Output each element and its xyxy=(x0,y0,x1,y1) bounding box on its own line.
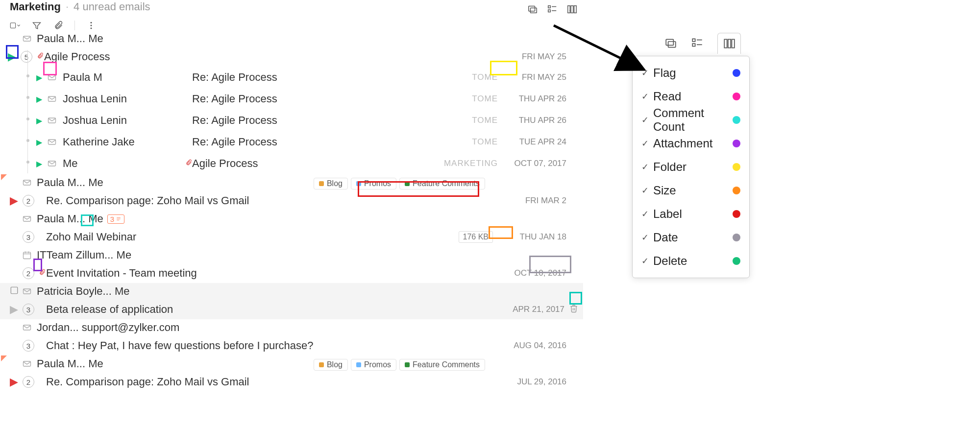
email-subject: Re: Agile Process xyxy=(192,136,277,148)
view-list-icon[interactable] xyxy=(547,4,558,15)
svg-point-13 xyxy=(91,27,92,29)
flag-icon[interactable]: ▶ xyxy=(36,73,42,82)
thread-child-row[interactable]: ▶Katherine JakeRe: Agile ProcessTOMETUE … xyxy=(0,131,583,153)
columns-menu: ✓Flag✓Read✓Comment Count✓Attachment✓Fold… xyxy=(632,56,750,278)
email-subject: Re. Comparison page: Zoho Mail vs Gmail xyxy=(46,194,249,207)
label-tag[interactable]: Blog xyxy=(314,178,348,189)
flag-icon[interactable]: ▶ xyxy=(9,194,19,207)
thread-child-row[interactable]: ▶Joshua LeninRe: Agile ProcessTOMETHU AP… xyxy=(0,110,583,131)
menu-item-label: Flag xyxy=(653,66,733,80)
email-item[interactable]: Patricia Boyle... Me ▶ 3 Beta release of… xyxy=(0,283,583,319)
svg-rect-31 xyxy=(24,325,31,330)
flag-icon[interactable]: ▶ xyxy=(7,50,17,63)
view-list-icon[interactable] xyxy=(691,37,704,49)
label-tag[interactable]: Feature Comments xyxy=(399,178,485,189)
thread-summary-row[interactable]: ▶ 5 Agile Process FRI MAY 25 xyxy=(0,47,583,67)
label-tag[interactable]: Promos xyxy=(351,359,396,371)
check-icon: ✓ xyxy=(641,162,653,172)
svg-point-12 xyxy=(91,25,92,26)
thread-child-row[interactable]: ▶Paula MRe: Agile ProcessTOMEFRI MAY 25 xyxy=(0,67,583,88)
color-dot xyxy=(733,234,740,241)
thread-child-row[interactable]: ▶MeAgile ProcessMARKETINGOCT 07, 2017 xyxy=(0,153,583,174)
svg-rect-32 xyxy=(24,361,31,366)
envelope-icon xyxy=(47,137,57,147)
folder-label: MARKETING xyxy=(444,159,498,168)
email-item[interactable]: Jordan... support@zylker.com 3 Chat : He… xyxy=(0,319,583,355)
paperclip-icon xyxy=(38,267,46,280)
svg-rect-6 xyxy=(568,6,570,13)
unread-indicator xyxy=(1,174,7,180)
row-checkbox[interactable] xyxy=(10,285,19,298)
svg-rect-42 xyxy=(732,39,734,47)
svg-rect-17 xyxy=(49,118,56,123)
menu-item-label: Date xyxy=(653,231,733,244)
columns-menu-item[interactable]: ✓Label xyxy=(633,202,749,226)
check-icon: ✓ xyxy=(641,91,653,102)
flag-icon[interactable]: ▶ xyxy=(36,138,42,147)
columns-popover: ✓Flag✓Read✓Comment Count✓Attachment✓Fold… xyxy=(632,30,750,278)
label-tag[interactable]: Promos xyxy=(351,178,396,189)
view-card-icon[interactable] xyxy=(664,37,677,49)
columns-menu-item[interactable]: ✓Folder xyxy=(633,155,749,179)
svg-rect-34 xyxy=(666,39,673,45)
svg-rect-0 xyxy=(529,6,535,11)
email-item[interactable]: ITTeam Zillum... Me 2 Event Invitation -… xyxy=(0,247,583,283)
svg-rect-14 xyxy=(24,36,31,41)
thread-count-badge: 3 xyxy=(23,340,34,352)
view-columns-icon[interactable] xyxy=(566,4,577,15)
flag-icon[interactable]: ▶ xyxy=(9,303,19,316)
svg-rect-20 xyxy=(24,180,31,185)
sender-label: Jordan... support@zylker.com xyxy=(37,321,179,334)
svg-rect-15 xyxy=(49,75,56,80)
envelope-icon xyxy=(47,159,57,168)
attachment-filter-icon[interactable] xyxy=(53,20,64,31)
mail-list-pane: Marketing · 4 unread emails xyxy=(0,0,583,426)
label-tag[interactable]: Blog xyxy=(314,359,348,371)
view-card-icon[interactable] xyxy=(527,4,538,15)
flag-icon[interactable]: ▶ xyxy=(36,159,42,168)
filter-icon[interactable] xyxy=(31,20,42,31)
envelope-icon xyxy=(22,286,32,296)
envelope-icon xyxy=(47,94,57,104)
svg-rect-8 xyxy=(574,6,577,13)
more-icon[interactable] xyxy=(86,20,97,31)
sender-label: Paula M... Me xyxy=(37,213,103,225)
svg-rect-21 xyxy=(24,216,31,221)
columns-menu-item[interactable]: ✓Read xyxy=(633,85,749,108)
svg-rect-35 xyxy=(668,42,676,47)
columns-menu-item[interactable]: ✓Date xyxy=(633,226,749,249)
svg-rect-25 xyxy=(24,252,31,259)
columns-menu-item[interactable]: ✓Attachment xyxy=(633,132,749,155)
columns-menu-item[interactable]: ✓Delete xyxy=(633,249,749,273)
email-subject: Re: Agile Process xyxy=(192,71,277,84)
svg-rect-1 xyxy=(530,8,537,13)
select-all-checkbox[interactable] xyxy=(10,20,21,31)
svg-line-33 xyxy=(554,25,642,69)
email-date: JUL 29, 2016 xyxy=(513,377,566,387)
trash-icon[interactable] xyxy=(569,303,578,316)
email-date: APR 21, 2017 xyxy=(511,305,564,314)
svg-rect-2 xyxy=(548,6,551,8)
menu-item-label: Delete xyxy=(653,254,733,268)
envelope-icon xyxy=(47,116,57,125)
folder-title: Marketing xyxy=(10,0,61,13)
sender-label: Joshua Lenin xyxy=(63,114,185,127)
flag-icon[interactable]: ▶ xyxy=(36,116,42,125)
email-date: AUG 04, 2016 xyxy=(513,341,566,351)
email-item[interactable]: Paula M... Me BlogPromosFeature Comments… xyxy=(0,174,583,211)
columns-menu-item[interactable]: ✓Size xyxy=(633,179,749,202)
email-item[interactable]: Paula M... Me 3 3 Zoho Mail Webinar 176 … xyxy=(0,211,583,247)
svg-rect-40 xyxy=(724,39,727,47)
color-dot xyxy=(733,116,740,124)
thread-child-row[interactable]: ▶Joshua LeninRe: Agile ProcessTOMETHU AP… xyxy=(0,88,583,110)
label-tag[interactable]: Feature Comments xyxy=(399,359,485,371)
email-thread[interactable]: Paula M... Me ▶ 5 Agile Process FRI MAY … xyxy=(0,30,583,174)
calendar-icon xyxy=(22,250,32,260)
flag-icon[interactable]: ▶ xyxy=(9,376,19,388)
columns-menu-item[interactable]: ✓Comment Count xyxy=(633,108,749,132)
email-item[interactable]: Paula M... Me BlogPromosFeature Comments… xyxy=(0,355,583,392)
view-columns-icon[interactable] xyxy=(717,33,741,54)
svg-rect-29 xyxy=(11,287,18,294)
thread-count-badge: 2 xyxy=(23,195,34,207)
flag-icon[interactable]: ▶ xyxy=(36,95,42,104)
